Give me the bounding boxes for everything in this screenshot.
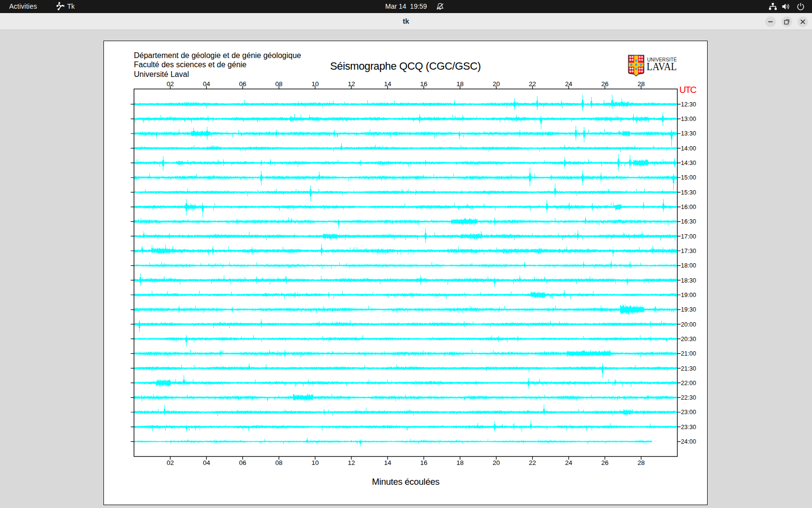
svg-text:24:00: 24:00 bbox=[681, 438, 696, 445]
svg-text:15:00: 15:00 bbox=[681, 174, 696, 181]
svg-text:17:00: 17:00 bbox=[681, 233, 696, 240]
svg-text:16:30: 16:30 bbox=[681, 218, 696, 225]
svg-text:Faculté des sciences et de gén: Faculté des sciences et de génie bbox=[134, 60, 246, 69]
svg-text:06: 06 bbox=[239, 80, 246, 88]
svg-text:24: 24 bbox=[565, 459, 573, 466]
svg-text:02: 02 bbox=[167, 459, 174, 466]
svg-text:22:00: 22:00 bbox=[681, 380, 696, 387]
svg-text:22: 22 bbox=[529, 80, 536, 88]
svg-text:12: 12 bbox=[348, 459, 355, 466]
svg-text:26: 26 bbox=[601, 80, 609, 88]
svg-text:20:00: 20:00 bbox=[681, 321, 696, 328]
svg-text:16:00: 16:00 bbox=[681, 204, 696, 210]
svg-text:14:30: 14:30 bbox=[681, 160, 696, 166]
svg-text:23:30: 23:30 bbox=[681, 424, 696, 431]
svg-text:08: 08 bbox=[276, 80, 283, 88]
svg-text:LAVAL: LAVAL bbox=[647, 60, 677, 73]
svg-text:22: 22 bbox=[529, 459, 536, 466]
svg-text:18: 18 bbox=[456, 80, 464, 88]
svg-text:06: 06 bbox=[239, 459, 246, 466]
svg-text:19:30: 19:30 bbox=[681, 306, 696, 313]
svg-text:13:00: 13:00 bbox=[681, 116, 696, 122]
svg-text:15:30: 15:30 bbox=[681, 189, 696, 196]
svg-text:19:00: 19:00 bbox=[681, 292, 696, 299]
svg-text:02: 02 bbox=[167, 80, 174, 88]
svg-text:14:00: 14:00 bbox=[681, 145, 696, 152]
svg-text:20:30: 20:30 bbox=[681, 336, 696, 343]
svg-text:13:30: 13:30 bbox=[681, 130, 696, 137]
svg-text:20: 20 bbox=[493, 80, 500, 88]
svg-text:10: 10 bbox=[311, 80, 319, 88]
svg-text:21:30: 21:30 bbox=[681, 365, 696, 372]
svg-text:Séismographe QCQ (CGC/GSC): Séismographe QCQ (CGC/GSC) bbox=[330, 60, 481, 72]
svg-text:16: 16 bbox=[420, 459, 427, 466]
svg-text:28: 28 bbox=[638, 459, 645, 466]
svg-text:04: 04 bbox=[203, 80, 211, 88]
svg-text:17:30: 17:30 bbox=[681, 248, 696, 254]
svg-text:10: 10 bbox=[311, 459, 319, 466]
svg-text:18: 18 bbox=[456, 459, 464, 466]
svg-text:20: 20 bbox=[493, 459, 500, 466]
svg-text:12:30: 12:30 bbox=[681, 101, 696, 108]
svg-text:23:00: 23:00 bbox=[681, 409, 696, 416]
svg-text:Département de géologie et de: Département de géologie et de génie géol… bbox=[134, 51, 301, 60]
svg-text:Université Laval: Université Laval bbox=[134, 70, 189, 78]
svg-text:18:30: 18:30 bbox=[681, 277, 696, 284]
svg-text:28: 28 bbox=[638, 80, 645, 88]
svg-text:08: 08 bbox=[276, 459, 283, 466]
svg-text:04: 04 bbox=[203, 459, 211, 466]
svg-text:Minutes écoulées: Minutes écoulées bbox=[372, 477, 440, 487]
svg-text:16: 16 bbox=[420, 80, 427, 88]
svg-text:22:30: 22:30 bbox=[681, 394, 696, 401]
svg-text:12: 12 bbox=[348, 80, 355, 88]
svg-text:14: 14 bbox=[384, 80, 392, 88]
svg-text:26: 26 bbox=[601, 459, 609, 466]
svg-text:14: 14 bbox=[384, 459, 392, 466]
svg-text:24: 24 bbox=[565, 80, 573, 88]
svg-text:UTC: UTC bbox=[680, 85, 697, 95]
svg-text:21:00: 21:00 bbox=[681, 350, 696, 357]
svg-text:18:00: 18:00 bbox=[681, 262, 696, 269]
